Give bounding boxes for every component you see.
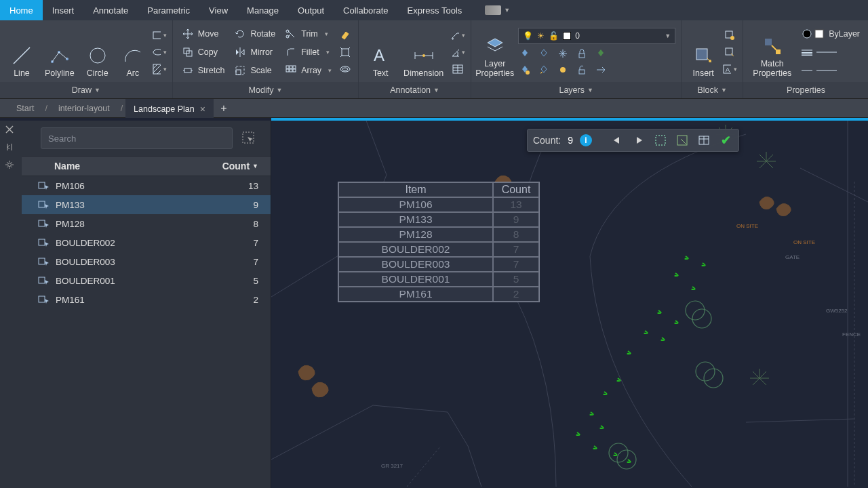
modify-array-button[interactable]: Array▾ <box>281 62 335 79</box>
draw-circle-button[interactable]: Circle <box>81 25 114 79</box>
confirm-icon[interactable]: ✔ <box>718 133 733 148</box>
menu-annotate[interactable]: Annotate <box>83 0 138 20</box>
block-insert-button[interactable]: Insert <box>687 25 719 79</box>
column-header-count[interactable]: Count▼ <box>222 161 258 171</box>
row-count: 7 <box>242 257 258 267</box>
draw-ellipse-button[interactable]: ▾ <box>152 45 167 60</box>
previous-button[interactable] <box>610 133 625 148</box>
layer-unlock-icon[interactable] <box>575 63 589 77</box>
layer-freeze-icon[interactable] <box>556 47 570 60</box>
dtable-count: 8 <box>493 227 539 242</box>
dimension-button[interactable]: Dimension <box>399 25 448 79</box>
block-edit-icon[interactable] <box>722 45 737 60</box>
modify-scale-button[interactable]: Scale <box>231 62 279 79</box>
doc-tab-start[interactable]: Start <box>8 99 42 118</box>
doc-tab-landscape-plan[interactable]: Landscape Plan× <box>125 99 214 118</box>
menu-output[interactable]: Output <box>288 0 334 20</box>
dtable-item: PM106 <box>338 197 493 212</box>
select-similar-icon[interactable] <box>653 133 668 148</box>
linetype-control[interactable] <box>798 62 863 79</box>
close-icon[interactable]: × <box>200 104 205 115</box>
modify-move-button[interactable]: Move <box>178 26 229 42</box>
lineweight-control[interactable] <box>798 44 863 60</box>
modify-rotate-button[interactable]: Rotate <box>231 26 279 42</box>
menu-view[interactable]: View <box>199 0 237 20</box>
menu-home[interactable]: Home <box>0 0 43 20</box>
drawing-canvas[interactable]: ON SITE ON SITE GATE FENCE GW5252 GR 321… <box>271 121 868 488</box>
count-row[interactable]: BOULDER0037 <box>22 252 271 271</box>
ribbon-group-draw[interactable]: Draw▼ <box>0 82 172 98</box>
modify-trim-button[interactable]: Trim▾ <box>281 26 335 42</box>
insert-block-icon <box>693 45 713 66</box>
block-attribute-icon[interactable]: A▾ <box>722 62 737 77</box>
count-row[interactable]: BOULDER0015 <box>22 271 271 290</box>
layer-match-icon[interactable] <box>518 63 532 77</box>
text-button[interactable]: AText <box>364 25 397 79</box>
layer-off-icon[interactable] <box>518 47 532 60</box>
modify-erase-button[interactable] <box>338 28 353 43</box>
draw-hatch-button[interactable]: ▾ <box>152 62 167 77</box>
ribbon-group-layers[interactable]: Layers▼ <box>471 82 681 98</box>
modify-stretch-button[interactable]: Stretch <box>178 62 229 79</box>
layer-dropdown[interactable]: 💡 ☀ 🔓 0 ▼ <box>518 28 675 44</box>
svg-point-57 <box>8 163 12 167</box>
menu-collaborate[interactable]: Collaborate <box>334 0 398 20</box>
layer-lock-icon[interactable] <box>575 47 589 60</box>
row-count: 5 <box>242 276 258 286</box>
modify-offset-button[interactable] <box>338 62 353 77</box>
ribbon-group-block[interactable]: Block▼ <box>682 82 743 98</box>
count-row[interactable]: PM1288 <box>22 214 271 233</box>
layer-properties-button[interactable]: Layer Properties <box>477 25 513 79</box>
modify-fillet-button[interactable]: Fillet▾ <box>281 44 335 60</box>
layer-iso-icon[interactable] <box>537 47 551 60</box>
layer-previous-icon[interactable] <box>537 63 551 77</box>
select-objects-icon[interactable] <box>241 130 257 146</box>
draw-line-button[interactable]: Line <box>5 25 38 79</box>
table-button[interactable] <box>450 62 465 77</box>
count-row[interactable]: BOULDER0027 <box>22 233 271 252</box>
close-panel-icon[interactable] <box>5 125 17 137</box>
draw-polyline-button[interactable]: Polyline <box>41 25 79 79</box>
modify-mirror-button[interactable]: Mirror <box>231 44 279 60</box>
match-properties-button[interactable]: Match Properties <box>749 25 795 79</box>
draw-arc-button[interactable]: Arc <box>117 25 149 79</box>
ribbon-group-modify[interactable]: Modify▼ <box>173 82 358 98</box>
menu-parametric[interactable]: Parametric <box>138 0 199 20</box>
insert-count-field-icon[interactable] <box>696 133 711 148</box>
svg-rect-24 <box>342 49 349 56</box>
svg-rect-14 <box>236 70 241 75</box>
draw-rectangle-button[interactable]: ▾ <box>152 28 167 43</box>
svg-rect-20 <box>293 66 296 68</box>
ribbon-group-annotation[interactable]: Annotation▼ <box>359 82 471 98</box>
count-row[interactable]: PM10613 <box>22 176 271 195</box>
zoom-selection-icon[interactable] <box>675 133 690 148</box>
dtable-item: PM128 <box>338 227 493 242</box>
block-create-icon[interactable] <box>722 28 737 43</box>
info-icon[interactable]: i <box>580 134 592 146</box>
modify-copy-button[interactable]: Copy <box>178 44 229 60</box>
menu-insert[interactable]: Insert <box>43 0 84 20</box>
layer-thaw-icon[interactable] <box>556 63 570 77</box>
count-row[interactable]: PM1339 <box>22 195 271 214</box>
menu-featured-apps[interactable]: ▼ <box>471 0 519 20</box>
color-control[interactable]: ByLayer <box>798 26 863 42</box>
angular-dim-button[interactable]: ▾ <box>450 45 465 60</box>
settings-icon[interactable] <box>5 160 17 172</box>
svg-rect-48 <box>776 49 781 54</box>
menu-express-tools[interactable]: Express Tools <box>398 0 472 20</box>
collapse-panel-icon[interactable] <box>5 142 17 155</box>
add-tab-button[interactable]: + <box>216 101 231 116</box>
drawing-count-table[interactable]: ItemCount PM10613PM1339PM1288BOULDER0027… <box>338 182 540 302</box>
menu-manage[interactable]: Manage <box>237 0 288 20</box>
next-button[interactable] <box>631 133 646 148</box>
doc-tab-interior-layout[interactable]: interior-layout <box>50 99 118 118</box>
leader-button[interactable]: ▾ <box>450 28 465 43</box>
column-header-name[interactable]: Name <box>54 161 222 171</box>
layer-make-current-icon[interactable] <box>594 47 608 60</box>
count-toolbar: Count: 9 i ✔ <box>527 129 739 152</box>
layer-change-icon[interactable] <box>594 63 608 77</box>
layer-name: 0 <box>575 31 580 41</box>
count-row[interactable]: PM1612 <box>22 290 271 309</box>
search-input[interactable] <box>41 127 233 149</box>
modify-explode-button[interactable] <box>338 45 353 60</box>
